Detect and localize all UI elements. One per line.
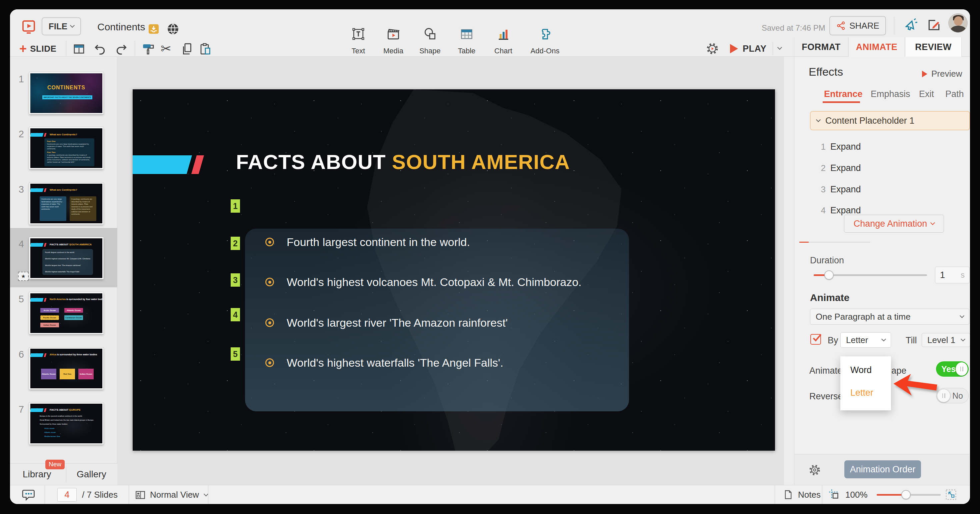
insert-media-button[interactable]: Media <box>377 27 410 55</box>
view-mode-select[interactable]: Normal View <box>150 490 208 500</box>
divider <box>45 485 45 504</box>
slide-number: 1 <box>13 74 24 85</box>
saved-status: Saved at 7:46 PM <box>762 23 825 33</box>
animation-order-badge[interactable]: 1 <box>231 199 240 213</box>
redo-icon[interactable] <box>115 43 128 57</box>
by-checkbox[interactable] <box>810 334 821 345</box>
effect-item[interactable]: 2Expand <box>794 160 970 176</box>
insert-table-button[interactable]: Table <box>450 27 483 55</box>
slide-thumbnail-1[interactable]: CONTINENTS IMPORTANT FACTS ABOUT THE SEV… <box>29 72 103 114</box>
slide-thumbnail-4[interactable]: FACTS ABOUT SOUTH AMERICA Fourth largest… <box>29 237 103 279</box>
change-animation-button[interactable]: Change Animation <box>844 215 944 233</box>
zoom-slider-knob[interactable] <box>901 490 911 499</box>
by-select[interactable]: Letter <box>840 333 891 348</box>
paste-icon[interactable] <box>199 42 213 57</box>
slide-number-field[interactable]: 4 <box>57 488 77 502</box>
insert-chart-button[interactable]: Chart <box>487 27 520 55</box>
document-title[interactable]: Continents <box>97 21 145 33</box>
effect-item[interactable]: 1Expand <box>794 138 970 155</box>
comments-icon[interactable] <box>22 489 36 503</box>
animate-heading: Animate <box>810 292 850 303</box>
tab-format[interactable]: FORMAT <box>794 37 848 57</box>
feedback-icon[interactable] <box>927 18 941 34</box>
by-label: By <box>828 335 838 346</box>
till-select[interactable]: Level 1 <box>922 333 970 347</box>
tab-emphasis[interactable]: Emphasis <box>871 89 910 99</box>
dropdown-option-word[interactable]: Word <box>840 361 891 379</box>
duration-slider-knob[interactable] <box>824 271 834 280</box>
animation-settings-gear-icon[interactable] <box>808 463 822 478</box>
announcements-icon[interactable] <box>903 18 919 34</box>
thumb6-label: Indian Ocean <box>78 369 94 379</box>
slide-thumbnail-3[interactable]: What are Continents? Continents are very… <box>29 183 103 224</box>
effect-item[interactable]: 3Expand <box>794 181 970 197</box>
share-icon <box>836 21 846 31</box>
shape-tool-icon <box>423 27 438 41</box>
library-tab[interactable]: Library <box>23 469 51 480</box>
animation-order-badge[interactable]: 5 <box>231 347 240 361</box>
chevron-down-icon <box>960 313 964 318</box>
insert-shape-button[interactable]: Shape <box>413 27 447 55</box>
animation-order-badge[interactable]: 4 <box>231 308 240 321</box>
paragraph-mode-select[interactable]: One Paragraph at a time <box>810 309 969 325</box>
zoom-value: 100% <box>845 490 868 500</box>
slide-thumbnail-5[interactable]: North America is surrounded by four wate… <box>29 292 103 334</box>
slides-total: / 7 Slides <box>82 490 118 500</box>
animate-shape-toggle[interactable]: Yes <box>936 361 969 377</box>
duration-value-field[interactable]: 1 s <box>935 267 970 283</box>
dropdown-option-letter[interactable]: Letter <box>840 384 891 402</box>
tab-path[interactable]: Path <box>945 89 964 99</box>
tab-exit[interactable]: Exit <box>919 89 934 99</box>
animation-order-badge[interactable]: 3 <box>231 273 240 286</box>
placeholder-group-header[interactable]: Content Placeholder 1 <box>810 111 970 130</box>
bullet-icon <box>265 318 274 327</box>
reverse-toggle[interactable]: No <box>936 388 969 403</box>
avatar[interactable] <box>948 13 968 33</box>
slide-thumbnail-2[interactable]: What are Continents? Fact One Continents… <box>29 127 103 169</box>
gallery-tab[interactable]: Gallery <box>77 469 107 480</box>
share-label: SHARE <box>850 21 879 31</box>
slide-title[interactable]: FACTS ABOUT SOUTH AMERICA <box>236 150 570 173</box>
notes-button[interactable]: Notes <box>783 489 821 500</box>
cut-icon[interactable]: ✂ <box>161 41 171 56</box>
tab-animate[interactable]: ANIMATE <box>848 37 905 57</box>
placeholder-label: Content Placeholder 1 <box>825 116 914 126</box>
app-logo-icon[interactable] <box>21 18 37 36</box>
file-menu-button[interactable]: FILE <box>42 18 81 35</box>
play-options-chevron[interactable] <box>778 45 781 51</box>
thumb3-box1: Continents are very large landmasses sep… <box>40 196 66 221</box>
preview-button[interactable]: Preview <box>922 68 962 79</box>
bullet-icon <box>265 358 274 367</box>
share-button[interactable]: SHARE <box>829 16 886 35</box>
undo-icon[interactable] <box>93 43 107 57</box>
animation-indicator-icon[interactable]: ★ <box>18 272 29 281</box>
thumb7-bullet: Europe is the second smallest continent … <box>40 415 82 417</box>
add-slide-button[interactable]: + SLIDE <box>19 41 56 57</box>
animation-order-badge[interactable]: 2 <box>231 237 240 250</box>
addons-button[interactable]: Add-Ons <box>528 27 562 55</box>
play-button[interactable]: PLAY <box>730 41 767 57</box>
collapse-chevron-icon <box>816 117 821 122</box>
layout-icon[interactable] <box>72 42 86 57</box>
guides-icon[interactable] <box>829 489 840 502</box>
globe-icon[interactable] <box>166 22 180 37</box>
slide-canvas[interactable]: FACTS ABOUT SOUTH AMERICA 1 2 3 4 5 Four… <box>133 89 775 451</box>
animation-order-button[interactable]: Animation Order <box>844 460 921 478</box>
thumb2-content-box: Fact One Continents are very large landm… <box>45 138 94 166</box>
slide-thumbnail-7[interactable]: FACTS ABOUT EUROPE Europe is the second … <box>29 403 103 444</box>
text-tool-icon <box>351 27 366 41</box>
insert-text-button[interactable]: Text <box>342 27 375 55</box>
present-settings-icon[interactable] <box>705 41 720 57</box>
fit-to-screen-icon[interactable] <box>945 489 957 502</box>
tab-entrance[interactable]: Entrance <box>824 89 863 99</box>
file-menu-label: FILE <box>49 21 67 32</box>
divider <box>773 42 773 55</box>
slide-thumbnail-6[interactable]: Africa is surrounded by three water bodi… <box>29 348 103 389</box>
divider <box>129 485 129 504</box>
copy-icon[interactable] <box>180 42 194 57</box>
thumb2-title: What are Continents? <box>50 133 77 136</box>
new-badge: New <box>45 460 65 469</box>
format-painter-icon[interactable] <box>142 42 155 57</box>
tab-review[interactable]: REVIEW <box>905 37 962 57</box>
slide-panel: 1 CONTINENTS IMPORTANT FACTS ABOUT THE S… <box>10 57 117 485</box>
